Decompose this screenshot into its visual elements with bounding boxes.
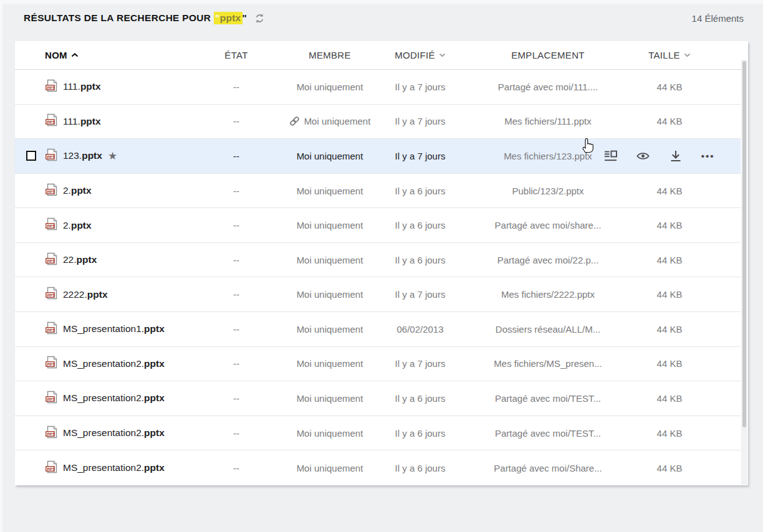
table-row[interactable]: PPT MS_presentation2.pptx -- Moi uniquem… [15,416,741,451]
column-header-nom[interactable]: NOM [15,50,202,60]
file-name-cell[interactable]: PPT MS_presentation2.pptx [15,391,202,406]
search-term-highlight: "pptx [214,12,242,24]
taille-cell: 44 KB [645,358,694,369]
file-name-cell[interactable]: PPT MS_presentation2.pptx [15,460,202,476]
emplacement-cell: Partagé avec moi/111.... [451,82,645,92]
etat-cell: -- [202,358,271,369]
file-name-base: MS_presentation2. [63,427,144,439]
emplacement-cell: Partagé avec moi/TEST... [451,393,645,404]
favorite-star-icon[interactable]: ★ [108,151,117,161]
file-name-cell[interactable]: PPT 2222.pptx [15,287,202,302]
table-row[interactable]: PPT 2.pptx -- Moi uniquement Il y a 6 jo… [15,174,741,209]
table-row[interactable]: PPT MS_presentation2.pptx -- Moi uniquem… [15,381,741,416]
file-name-base: MS_presentation2. [63,462,144,473]
column-header-emplacement[interactable]: EMPLACEMENT [451,50,645,60]
emplacement-cell: Partagé avec moi/share... [451,220,645,230]
etat-cell: -- [202,463,271,473]
ppt-file-icon: PPT [46,425,58,441]
file-name-cell[interactable]: PPT 111.pptx [15,79,202,95]
ppt-file-icon: PPT [46,356,58,371]
download-icon[interactable] [669,150,682,162]
items-count: 14 Éléments [692,13,744,24]
file-name-extension: pptx [82,150,102,161]
emplacement-cell: Mes fichiers/MS_presen... [451,358,645,369]
membre-cell: Moi uniquement [271,289,389,300]
file-name-base: MS_presentation2. [63,392,144,404]
file-name-cell[interactable]: PPT MS_presentation2.pptx [15,356,202,371]
file-name-cell[interactable]: PPT 22.pptx [15,252,202,268]
file-name-extension: pptx [144,462,165,473]
membre-cell: Moi uniquement [271,186,389,196]
svg-text:PPT: PPT [47,258,54,262]
refresh-icon[interactable] [254,13,265,24]
file-name-extension: pptx [71,185,92,196]
search-results-page: { "header": { "title_prefix": "RÉSULTATS… [0,0,763,532]
file-name-extension: pptx [144,392,165,404]
column-label: ÉTAT [224,50,247,60]
taille-cell: 44 KB [645,324,694,335]
column-header-etat[interactable]: ÉTAT [202,50,271,60]
membre-cell: Moi uniquement [271,151,389,161]
column-header-modifie[interactable]: MODIFIÉ [389,50,451,60]
etat-cell: -- [202,428,271,439]
file-name-base: 2. [63,220,71,231]
file-name-base: 111. [63,116,80,127]
file-name-cell[interactable]: PPT MS_presentation1.pptx [15,321,202,337]
table-row[interactable]: PPT 111.pptx -- Moi uniquement Il y a 7 … [15,105,741,140]
membre-cell: Moi uniquement [271,463,389,473]
taille-cell: 44 KB [645,220,694,230]
svg-text:PPT: PPT [47,397,54,401]
file-name-cell[interactable]: PPT MS_presentation2.pptx [15,425,202,441]
row-checkbox[interactable] [26,151,36,161]
page-title-text: RÉSULTATS DE LA RECHERCHE POUR [24,12,211,23]
membre-value: Moi uniquement [297,289,363,300]
modifie-cell: Il y a 7 jours [389,116,451,126]
modifie-cell: Il y a 6 jours [389,393,451,404]
membre-cell: Moi uniquement [271,82,389,92]
table-header-row: NOM ÉTAT MEMBRE MODIFIÉ EMPLACEMENT TAIL… [15,41,748,70]
membre-value: Moi uniquement [297,358,363,369]
svg-text:PPT: PPT [47,466,54,470]
file-name-base: MS_presentation1. [63,323,144,335]
svg-text:PPT: PPT [47,362,54,366]
table-row[interactable]: PPT 111.pptx -- Moi uniquement Il y a 7 … [15,70,741,105]
taille-cell: 44 KB [645,428,694,439]
etat-cell: -- [202,82,271,92]
table-scrollbar[interactable] [741,60,747,485]
open-quote: " [215,12,220,23]
column-header-taille[interactable]: TAILLE [645,50,694,60]
row-actions: ••• [604,139,714,173]
eye-preview-icon[interactable] [636,150,650,162]
details-panel-icon[interactable] [604,150,617,162]
etat-cell: -- [202,324,271,335]
column-header-membre[interactable]: MEMBRE [271,50,389,60]
column-label: TAILLE [648,50,680,60]
more-ellipsis-icon[interactable]: ••• [701,150,714,162]
table-row[interactable]: PPT 123.pptx ★ -- Moi uniquement Il y a … [15,139,741,174]
table-row[interactable]: PPT 2.pptx -- Moi uniquement Il y a 6 jo… [15,208,741,243]
file-name-cell[interactable]: PPT 123.pptx ★ [15,148,202,164]
table-row[interactable]: PPT MS_presentation2.pptx -- Moi uniquem… [15,450,741,485]
table-body: PPT 111.pptx -- Moi uniquement Il y a 7 … [15,70,748,485]
etat-cell: -- [202,186,271,196]
file-name-base: MS_presentation2. [63,358,144,369]
scrollbar-thumb[interactable] [742,61,746,427]
membre-value: Moi uniquement [297,151,363,161]
emplacement-cell: Dossiers réseau/ALL/M... [451,324,645,335]
column-label: MEMBRE [309,50,351,60]
etat-cell: -- [202,255,271,265]
table-row[interactable]: PPT MS_presentation1.pptx -- Moi uniquem… [15,312,741,347]
sort-ascending-icon [71,53,79,57]
table-row[interactable]: PPT 2222.pptx -- Moi uniquement Il y a 7… [15,277,741,312]
file-name-cell[interactable]: PPT 2.pptx [15,183,202,199]
file-name-base: 123. [63,150,82,161]
membre-value: Moi uniquement [297,186,363,196]
membre-value: Moi uniquement [297,393,363,404]
file-name-base: 22. [63,254,77,265]
table-row[interactable]: PPT MS_presentation2.pptx -- Moi uniquem… [15,347,741,382]
taille-cell: 44 KB [645,116,694,126]
ppt-file-icon: PPT [46,460,58,476]
table-row[interactable]: PPT 22.pptx -- Moi uniquement Il y a 6 j… [15,243,741,278]
file-name-cell[interactable]: PPT 2.pptx [15,217,202,233]
file-name-cell[interactable]: PPT 111.pptx [15,113,202,129]
